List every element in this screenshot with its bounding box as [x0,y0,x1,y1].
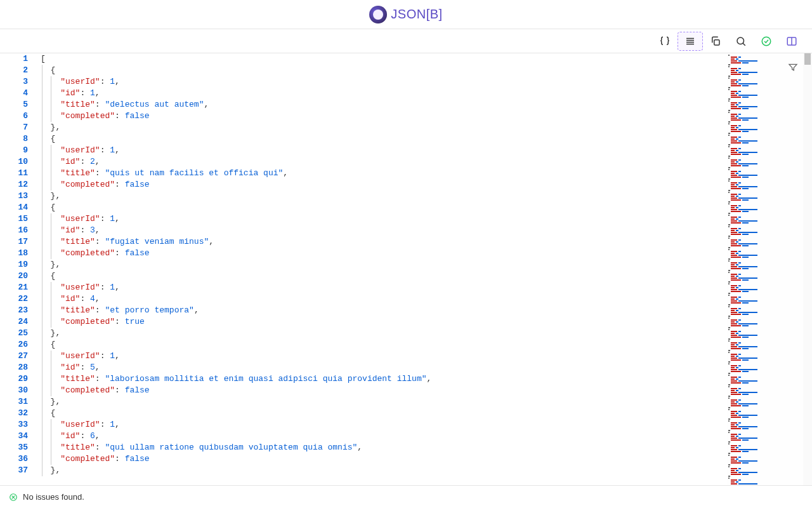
split-view-button[interactable] [779,32,804,51]
line-number: 6 [0,110,28,122]
filter-button[interactable] [788,62,798,75]
line-number: 36 [0,453,28,465]
editor-area: 1234567891011121314151617181920212223242… [0,53,812,485]
line-number: 16 [0,225,28,236]
line-number: 19 [0,259,28,271]
code-line[interactable]: [ [34,53,727,65]
status-bar: No issues found. [0,485,812,508]
line-number: 9 [0,145,28,156]
svg-point-7 [762,37,771,46]
line-number: 33 [0,419,28,431]
code-line[interactable]: "id": 1, [34,88,727,99]
code-line[interactable]: "userId": 1, [34,419,727,431]
line-number: 22 [0,293,28,305]
logo-icon [369,6,387,23]
code-line[interactable]: "userId": 1, [34,213,727,225]
line-number: 29 [0,373,28,385]
line-number: 1 [0,53,28,65]
code-line[interactable]: "completed": false [34,453,727,465]
line-number: 10 [0,156,28,168]
code-line[interactable]: "id": 2, [34,156,727,168]
line-number: 31 [0,396,28,408]
code-line[interactable]: "title": "fugiat veniam minus", [34,236,727,248]
code-line[interactable]: "completed": false [34,248,727,259]
code-line[interactable]: }, [34,465,727,476]
code-line[interactable]: "title": "et porro tempora", [34,305,727,316]
code-line[interactable]: "userId": 1, [34,145,727,156]
svg-line-6 [743,43,745,46]
line-number: 26 [0,339,28,351]
code-editor[interactable]: [ { "userId": 1, "id": 1, "title": "dele… [34,53,727,485]
copy-button[interactable] [703,32,728,51]
code-line[interactable]: "id": 6, [34,431,727,442]
svg-point-5 [737,37,744,44]
scrollbar-track[interactable] [803,53,812,485]
code-line[interactable]: { [34,408,727,419]
line-number: 14 [0,202,28,213]
search-button[interactable] [728,32,754,51]
code-line[interactable]: { [34,339,727,351]
line-number-gutter: 1234567891011121314151617181920212223242… [0,53,34,485]
line-number: 4 [0,88,28,99]
code-line[interactable]: "id": 3, [34,225,727,236]
line-number: 18 [0,248,28,259]
line-number: 11 [0,168,28,179]
status-ok-icon [9,493,18,502]
validate-button[interactable] [754,32,779,51]
header: JSON[B] [0,0,812,29]
line-number: 34 [0,431,28,442]
line-number: 23 [0,305,28,316]
svg-rect-4 [714,39,719,44]
logo: JSON[B] [369,6,442,23]
code-line[interactable]: }, [34,328,727,339]
line-number: 24 [0,316,28,328]
code-line[interactable]: "userId": 1, [34,351,727,362]
line-number: 30 [0,385,28,396]
code-line[interactable]: { [34,202,727,213]
line-number: 5 [0,99,28,110]
line-number: 2 [0,65,28,76]
code-line[interactable]: "id": 4, [34,293,727,305]
line-number: 37 [0,465,28,476]
code-line[interactable]: "userId": 1, [34,76,727,88]
line-number: 3 [0,76,28,88]
format-beautify-button[interactable] [678,32,703,51]
code-line[interactable]: }, [34,396,727,408]
line-number: 20 [0,271,28,282]
line-number: 28 [0,362,28,373]
line-number: 35 [0,442,28,453]
line-number: 7 [0,122,28,133]
line-number: 15 [0,213,28,225]
line-number: 13 [0,190,28,202]
code-line[interactable]: "completed": false [34,110,727,122]
line-number: 17 [0,236,28,248]
code-line[interactable]: { [34,271,727,282]
toolbar [0,29,812,53]
code-line[interactable]: "completed": false [34,385,727,396]
code-line[interactable]: "title": "qui ullam ratione quibusdam vo… [34,442,727,453]
code-line[interactable]: }, [34,190,727,202]
code-line[interactable]: { [34,133,727,145]
minimap[interactable] [727,53,803,485]
code-line[interactable]: }, [34,259,727,271]
line-number: 27 [0,351,28,362]
line-number: 8 [0,133,28,145]
format-raw-button[interactable] [652,32,678,51]
scrollbar-thumb[interactable] [804,53,811,65]
code-line[interactable]: "title": "delectus aut autem", [34,99,727,110]
line-number: 12 [0,179,28,190]
code-line[interactable]: "id": 5, [34,362,727,373]
code-line[interactable]: "completed": true [34,316,727,328]
code-line[interactable]: { [34,65,727,76]
status-message: No issues found. [23,492,84,502]
code-line[interactable]: "title": "laboriosam mollitia et enim qu… [34,373,727,385]
line-number: 25 [0,328,28,339]
line-number: 32 [0,408,28,419]
logo-text: JSON[B] [391,7,442,22]
code-line[interactable]: "userId": 1, [34,282,727,293]
code-line[interactable]: "completed": false [34,179,727,190]
code-line[interactable]: }, [34,122,727,133]
code-line[interactable]: "title": "quis ut nam facilis et officia… [34,168,727,179]
line-number: 21 [0,282,28,293]
